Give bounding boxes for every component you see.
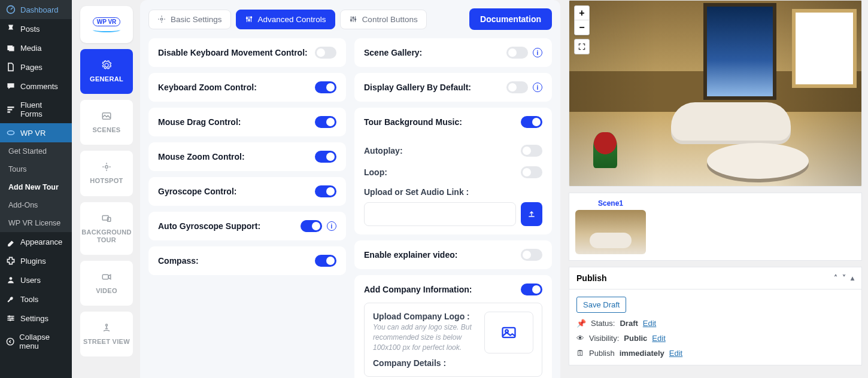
info-icon[interactable]: i xyxy=(533,48,542,57)
devices-icon xyxy=(101,213,112,224)
toggle-compass[interactable] xyxy=(315,255,336,267)
svg-point-22 xyxy=(250,17,251,18)
edit-visibility-link[interactable]: Edit xyxy=(652,334,665,343)
submenu-tours[interactable]: Tours xyxy=(0,160,72,178)
menu-wpvr[interactable]: WP VR xyxy=(0,123,72,142)
subtab-control-buttons[interactable]: Control Buttons xyxy=(340,10,427,29)
label-scene-gallery: Scene Gallery: xyxy=(364,48,422,57)
toggle-auto-gyro[interactable] xyxy=(301,220,322,232)
tab-general[interactable]: GENERAL xyxy=(80,49,133,94)
pages-icon xyxy=(6,62,16,72)
subtab-basic-settings[interactable]: Basic Settings xyxy=(148,10,231,29)
svg-rect-3 xyxy=(7,111,10,112)
svg-point-14 xyxy=(105,166,108,169)
submenu-get-started[interactable]: Get Started xyxy=(0,142,72,160)
svg-point-10 xyxy=(11,317,13,319)
street-view-icon xyxy=(101,322,112,333)
collapse-icon xyxy=(6,337,14,346)
label-company-details: Company Details : xyxy=(373,358,476,368)
upload-audio-button[interactable] xyxy=(521,202,542,226)
label-company-info: Add Company Information: xyxy=(364,285,472,294)
menu-posts[interactable]: Posts xyxy=(0,19,72,38)
toggle-scene-gallery[interactable] xyxy=(506,47,528,59)
edit-status-link[interactable]: Edit xyxy=(643,319,656,328)
fullscreen-button[interactable] xyxy=(574,39,590,54)
label-keyboard-zoom: Keyboard Zoom Control: xyxy=(158,83,257,92)
menu-tools[interactable]: Tools xyxy=(0,289,72,309)
vr-preview[interactable]: + − xyxy=(569,0,862,187)
label-mouse-drag: Mouse Drag Control: xyxy=(158,117,241,127)
wpvr-logo: WP VR xyxy=(80,6,133,43)
toggle-keyboard-zoom[interactable] xyxy=(315,81,336,93)
video-icon xyxy=(101,272,112,282)
sliders-icon xyxy=(245,15,253,23)
edit-publish-link[interactable]: Edit xyxy=(669,349,682,358)
panel-down-icon[interactable]: ˅ xyxy=(842,274,846,282)
label-auto-gyro: Auto Gyroscope Support: xyxy=(158,221,260,231)
calendar-icon: 🗓 xyxy=(576,349,584,358)
save-draft-button[interactable]: Save Draft xyxy=(576,297,626,313)
label-audio-link: Upload or Set Audio Link : xyxy=(364,187,469,197)
label-gyroscope: Gyroscope Control: xyxy=(158,187,236,196)
submenu-addons[interactable]: Add-Ons xyxy=(0,196,72,214)
tab-scenes[interactable]: SCENES xyxy=(80,100,133,145)
image-icon xyxy=(101,111,112,121)
zoom-in-button[interactable]: + xyxy=(575,6,589,20)
svg-point-23 xyxy=(350,20,351,21)
appearance-icon xyxy=(6,237,16,246)
submenu-license[interactable]: WP VR License xyxy=(0,214,72,232)
menu-users[interactable]: Users xyxy=(0,270,72,289)
scene-thumbnail[interactable]: Scene1 xyxy=(575,199,646,254)
logo-hint: You can add any logo size. But recommend… xyxy=(373,322,476,352)
menu-collapse[interactable]: Collapse menu xyxy=(0,328,72,355)
audio-link-input[interactable] xyxy=(364,202,516,226)
panel-up-icon[interactable]: ˄ xyxy=(834,274,837,282)
menu-plugins[interactable]: Plugins xyxy=(0,251,72,270)
tab-video[interactable]: VIDEO xyxy=(80,261,133,306)
users-icon xyxy=(6,275,16,285)
menu-appearance[interactable]: Appearance xyxy=(0,232,72,251)
menu-settings[interactable]: Settings xyxy=(0,309,72,328)
svg-point-25 xyxy=(354,19,356,20)
toggle-company-info[interactable] xyxy=(521,284,542,295)
svg-rect-1 xyxy=(7,106,14,108)
tab-background-tour[interactable]: BACKGROUND TOUR xyxy=(80,202,133,255)
menu-media[interactable]: Media xyxy=(0,38,72,57)
plugin-icon xyxy=(6,256,16,266)
submenu-add-new-tour[interactable]: Add New Tour xyxy=(0,178,72,196)
panel-toggle-icon[interactable]: ▴ xyxy=(851,274,854,282)
toggle-mouse-drag[interactable] xyxy=(315,116,336,128)
toggle-loop[interactable] xyxy=(521,166,542,178)
tab-hotspot[interactable]: HOTSPOT xyxy=(80,151,133,196)
svg-rect-2 xyxy=(7,109,12,110)
menu-dashboard[interactable]: Dashboard xyxy=(0,0,72,19)
toggle-mouse-zoom[interactable] xyxy=(315,151,336,163)
scene-name: Scene1 xyxy=(575,199,646,208)
visibility-icon: 👁 xyxy=(576,334,584,343)
label-disable-keyboard: Disable Keyboard Movement Control: xyxy=(158,48,308,57)
label-upload-logo: Upload Company Logo : xyxy=(373,312,476,321)
sliders-icon xyxy=(349,15,357,23)
toggle-bg-music[interactable] xyxy=(521,116,542,128)
subtab-advanced-controls[interactable]: Advanced Controls xyxy=(236,10,335,29)
logo-upload-area[interactable] xyxy=(484,312,533,353)
svg-point-5 xyxy=(10,277,13,280)
wpvr-submenu: Get Started Tours Add New Tour Add-Ons W… xyxy=(0,142,72,232)
tools-icon xyxy=(6,294,16,304)
gear-icon xyxy=(157,15,166,23)
tab-street-view[interactable]: STREET VIEW xyxy=(80,312,133,356)
menu-pages[interactable]: Pages xyxy=(0,57,72,77)
menu-comments[interactable]: Comments xyxy=(0,77,72,96)
toggle-explainer-video[interactable] xyxy=(521,249,542,261)
toggle-display-gallery[interactable] xyxy=(506,81,528,93)
info-icon[interactable]: i xyxy=(327,221,336,231)
info-icon[interactable]: i xyxy=(533,83,542,92)
documentation-button[interactable]: Documentation xyxy=(469,8,552,30)
menu-fluent-forms[interactable]: Fluent Forms xyxy=(0,96,72,123)
toggle-autoplay[interactable] xyxy=(521,145,542,157)
zoom-out-button[interactable]: − xyxy=(575,20,589,35)
toggle-gyroscope[interactable] xyxy=(315,185,336,197)
toggle-disable-keyboard[interactable] xyxy=(315,47,336,59)
settings-icon xyxy=(6,313,16,323)
zoom-controls: + − xyxy=(574,5,590,35)
